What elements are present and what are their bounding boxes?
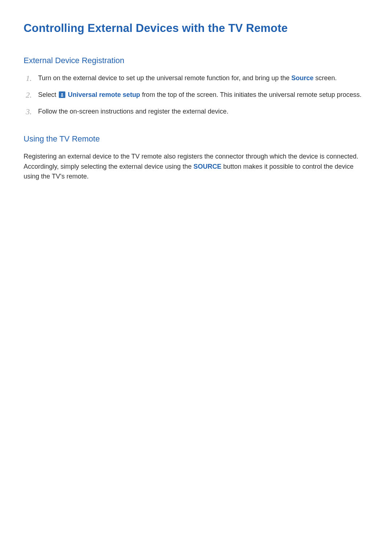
page-title: Controlling External Devices with the TV… [24,22,368,35]
using-remote-paragraph: Registering an external device to the TV… [24,152,368,182]
step-item: Follow the on-screen instructions and re… [26,107,368,117]
keyword-source-button: SOURCE [193,163,221,170]
section-using-tv-remote: Using the TV Remote Registering an exter… [24,134,368,182]
step-text-pre: Turn on the external device to set up th… [38,74,291,82]
step-text-post: screen. [314,74,337,82]
keyword-universal-remote-setup: Universal remote setup [68,91,140,98]
registration-steps-list: Turn on the external device to set up th… [24,73,368,117]
step-text-pre: Follow the on-screen instructions and re… [38,108,228,115]
document-page: Controlling External Devices with the TV… [0,0,392,554]
step-item: Turn on the external device to set up th… [26,73,368,83]
section-heading-registration: External Device Registration [24,56,368,65]
universal-remote-icon [59,91,65,98]
section-heading-using-remote: Using the TV Remote [24,134,368,144]
section-external-device-registration: External Device Registration Turn on the… [24,56,368,117]
keyword-source: Source [291,74,314,82]
step-text-pre: Select [38,91,58,98]
step-text-post: from the top of the screen. This initiat… [140,91,362,98]
step-item: Select Universal remote setup from the t… [26,90,368,100]
